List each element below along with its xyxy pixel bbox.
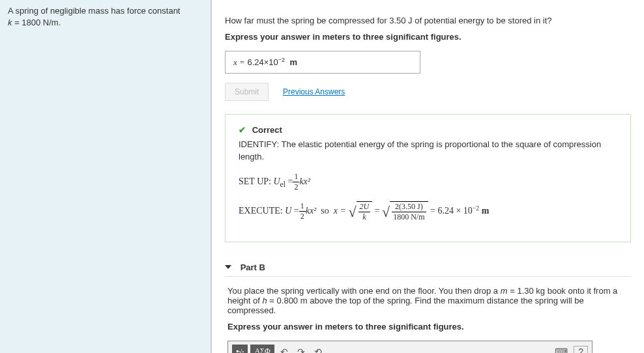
caret-down-icon [225,265,231,269]
part-b-body: You place the spring vertically with one… [225,286,631,353]
k-variable: k [8,18,12,27]
answer-value: 6.24×10 [247,57,278,67]
given-period: . [59,18,61,27]
part-b-instruction: Express your answer in meters to three s… [227,322,628,332]
submit-button: Submit [225,83,269,101]
problem-given-panel: A spring of negligible mass has force co… [0,0,212,353]
question-panel: How far must the spring be compressed fo… [212,0,644,353]
check-icon: ✔ [239,125,246,135]
given-text: A spring of negligible mass has force co… [8,6,180,16]
button-row: Submit Previous Answers [225,83,631,101]
setup-line: SET UP: Uel =12kx² [239,172,617,192]
equation-toolbar: ▪√▫ ΑΣΦ ↶ ↷ ⟲ ⌨ ? [228,341,592,353]
part-a-answer-box: x = 6.24×10−2 m [225,51,420,74]
greek-button[interactable]: ΑΣΦ [250,345,274,353]
correct-label: Correct [252,125,282,135]
part-a-instruction: Express your answer in meters to three s… [225,32,631,42]
undo-icon[interactable]: ↶ [277,344,291,353]
part-b-input-box: ▪√▫ ΑΣΦ ↶ ↷ ⟲ ⌨ ? d = m [227,341,593,353]
part-b-header[interactable]: Part B [225,258,631,277]
part-b-question: You place the spring vertically with one… [227,286,628,315]
reset-icon[interactable]: ⟲ [311,344,325,353]
k-value: = 1800 N/m [14,18,59,27]
part-b-label: Part B [241,262,265,272]
previous-answers-link[interactable]: Previous Answers [283,87,345,96]
identify-text: IDENTIFY: The elastic potential energy o… [239,139,617,162]
keyboard-icon[interactable]: ⌨ [551,344,571,353]
redo-icon[interactable]: ↷ [294,344,308,353]
answer-unit: m [289,57,297,67]
help-icon[interactable]: ? [574,346,588,353]
part-a-question: How far must the spring be compressed fo… [225,16,631,25]
execute-line: EXECUTE: U =12kx² so x = √2Uk = √2(3.50 … [239,201,617,222]
feedback-box: ✔ Correct IDENTIFY: The elastic potentia… [225,114,631,242]
answer-exponent: −2 [278,57,285,63]
answer-variable: x = [233,57,245,67]
templates-button[interactable]: ▪√▫ [232,345,248,353]
